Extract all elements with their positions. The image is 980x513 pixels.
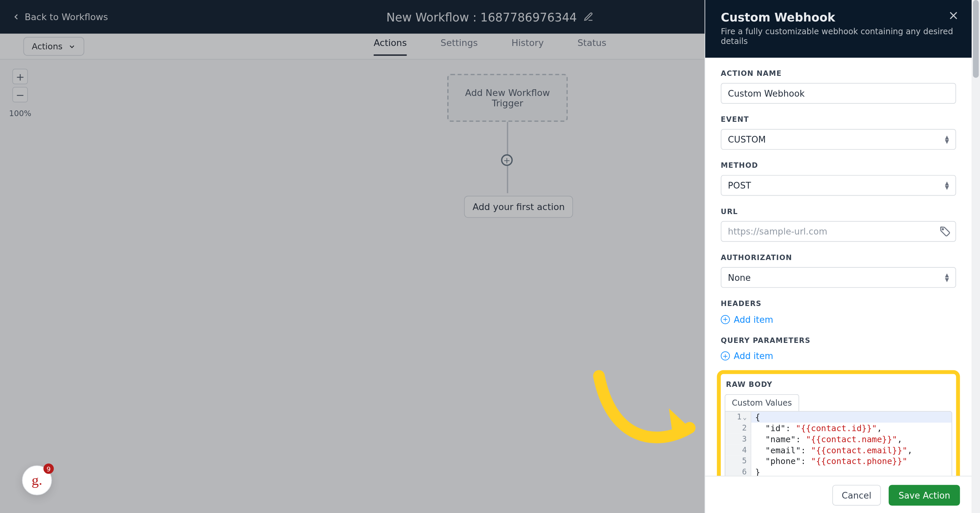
save-action-button[interactable]: Save Action bbox=[889, 484, 960, 505]
cancel-button[interactable]: Cancel bbox=[832, 484, 881, 505]
line-number: 5 bbox=[742, 456, 747, 465]
chevron-left-icon bbox=[12, 13, 21, 21]
query-params-add-item[interactable]: + Add item bbox=[721, 350, 773, 361]
label-action-name: ACTION NAME bbox=[721, 69, 956, 78]
code-string: "{{contact.id}}" bbox=[796, 424, 877, 433]
plus-circle-icon: + bbox=[721, 351, 730, 360]
add-trigger-label: Add New Workflow Trigger bbox=[453, 88, 561, 108]
close-icon[interactable] bbox=[947, 9, 960, 22]
pencil-icon[interactable] bbox=[584, 12, 594, 22]
code-line: 1⌄ { bbox=[725, 412, 951, 423]
label-url: URL bbox=[721, 207, 956, 216]
field-authorization: AUTHORIZATION None ▲▼ bbox=[721, 253, 956, 288]
field-event: EVENT CUSTOM ▲▼ bbox=[721, 115, 956, 150]
url-input[interactable]: https://sample-url.com bbox=[721, 221, 956, 242]
code-string: "{{contact.email}}" bbox=[811, 445, 907, 455]
panel-title: Custom Webhook bbox=[721, 10, 956, 24]
code-text: } bbox=[755, 467, 760, 476]
code-string: "{{contact.phone}}" bbox=[811, 456, 907, 466]
line-number: 6 bbox=[742, 467, 747, 476]
back-label: Back to Workflows bbox=[24, 12, 108, 22]
help-bubble-badge: 9 bbox=[43, 464, 54, 474]
method-value: POST bbox=[728, 180, 751, 191]
tab-history[interactable]: History bbox=[511, 37, 544, 55]
method-select[interactable]: POST ▲▼ bbox=[721, 175, 956, 196]
svg-point-2 bbox=[942, 228, 943, 229]
line-number: 2 bbox=[742, 424, 747, 432]
line-number: 3 bbox=[742, 434, 747, 443]
field-method: METHOD POST ▲▼ bbox=[721, 161, 956, 196]
label-headers: HEADERS bbox=[721, 300, 956, 308]
workflow-title: New Workflow : 1687786976344 bbox=[386, 10, 577, 24]
label-authorization: AUTHORIZATION bbox=[721, 253, 956, 262]
workflow-title-wrap: New Workflow : 1687786976344 bbox=[386, 10, 593, 24]
code-text: "email": bbox=[755, 445, 811, 455]
authorization-value: None bbox=[728, 272, 751, 282]
url-placeholder: https://sample-url.com bbox=[728, 226, 827, 237]
label-method: METHOD bbox=[721, 161, 956, 170]
back-to-workflows-link[interactable]: Back to Workflows bbox=[12, 12, 108, 22]
label-event: EVENT bbox=[721, 115, 956, 124]
line-number: 1 bbox=[737, 413, 741, 421]
tab-settings[interactable]: Settings bbox=[441, 37, 478, 55]
zoom-in-button[interactable]: + bbox=[13, 69, 28, 84]
panel-subtitle: Fire a fully customizable webhook contai… bbox=[721, 27, 956, 46]
add-step-button[interactable]: + bbox=[501, 155, 513, 166]
field-headers: HEADERS + Add item bbox=[721, 300, 956, 325]
chevron-down-icon bbox=[68, 43, 75, 50]
tabs: Actions Settings History Status bbox=[374, 37, 606, 55]
code-text: , bbox=[897, 434, 902, 444]
zoom-controls: + − 100% bbox=[9, 69, 31, 118]
code-text: "name": bbox=[755, 434, 806, 444]
event-select[interactable]: CUSTOM ▲▼ bbox=[721, 129, 956, 150]
code-text: , bbox=[907, 445, 912, 455]
event-value: CUSTOM bbox=[728, 134, 766, 145]
line-number: 4 bbox=[742, 445, 747, 454]
actions-dropdown[interactable]: Actions bbox=[24, 37, 84, 56]
field-url: URL https://sample-url.com bbox=[721, 207, 956, 242]
select-caret-icon: ▲▼ bbox=[945, 181, 949, 190]
field-action-name: ACTION NAME Custom Webhook bbox=[721, 69, 956, 104]
raw-body-highlight: RAW BODY Custom Values 1⌄ { 2 "id": "{{c… bbox=[717, 370, 960, 476]
custom-values-tab[interactable]: Custom Values bbox=[725, 394, 799, 411]
zoom-out-button[interactable]: − bbox=[13, 87, 28, 102]
code-text: , bbox=[877, 424, 882, 433]
label-query-params: QUERY PARAMETERS bbox=[721, 336, 956, 344]
window-scrollbar[interactable] bbox=[972, 0, 980, 513]
action-name-input[interactable]: Custom Webhook bbox=[721, 83, 956, 104]
help-bubble-glyph: g. bbox=[32, 472, 42, 489]
field-query-params: QUERY PARAMETERS + Add item bbox=[721, 336, 956, 361]
panel-footer: Cancel Save Action bbox=[705, 476, 972, 513]
action-panel: Custom Webhook Fire a fully customizable… bbox=[705, 0, 972, 513]
connector-line bbox=[507, 122, 508, 155]
headers-add-item-label: Add item bbox=[734, 314, 773, 325]
add-first-action-label: Add your first action bbox=[473, 202, 565, 212]
select-caret-icon: ▲▼ bbox=[945, 135, 949, 144]
code-text: "id": bbox=[755, 424, 796, 433]
add-trigger-card[interactable]: Add New Workflow Trigger bbox=[447, 74, 568, 122]
plus-circle-icon: + bbox=[721, 315, 730, 324]
tab-status[interactable]: Status bbox=[578, 37, 606, 55]
tag-icon[interactable] bbox=[939, 225, 951, 237]
authorization-select[interactable]: None ▲▼ bbox=[721, 267, 956, 288]
fold-caret-icon[interactable]: ⌄ bbox=[743, 414, 747, 421]
help-bubble[interactable]: g. 9 bbox=[22, 465, 52, 495]
code-string: "{{contact.name}}" bbox=[806, 434, 897, 444]
select-caret-icon: ▲▼ bbox=[945, 273, 949, 282]
zoom-level: 100% bbox=[9, 109, 31, 118]
add-first-action-button[interactable]: Add your first action bbox=[464, 196, 573, 218]
label-raw-body: RAW BODY bbox=[726, 381, 952, 389]
raw-body-editor[interactable]: 1⌄ { 2 "id": "{{contact.id}}", 3 "name":… bbox=[725, 411, 952, 476]
code-line: 6 } bbox=[725, 467, 951, 476]
code-line: 4 "email": "{{contact.email}}", bbox=[725, 444, 951, 456]
code-line: 2 "id": "{{contact.id}}", bbox=[725, 423, 951, 434]
tab-actions[interactable]: Actions bbox=[374, 37, 407, 55]
query-params-add-item-label: Add item bbox=[734, 350, 773, 361]
action-name-value: Custom Webhook bbox=[728, 88, 805, 99]
scrollbar-thumb[interactable] bbox=[973, 0, 978, 78]
panel-header: Custom Webhook Fire a fully customizable… bbox=[705, 0, 972, 58]
actions-dropdown-label: Actions bbox=[32, 41, 63, 51]
code-text: { bbox=[755, 413, 760, 422]
headers-add-item[interactable]: + Add item bbox=[721, 314, 773, 325]
code-text: "phone": bbox=[755, 456, 811, 466]
